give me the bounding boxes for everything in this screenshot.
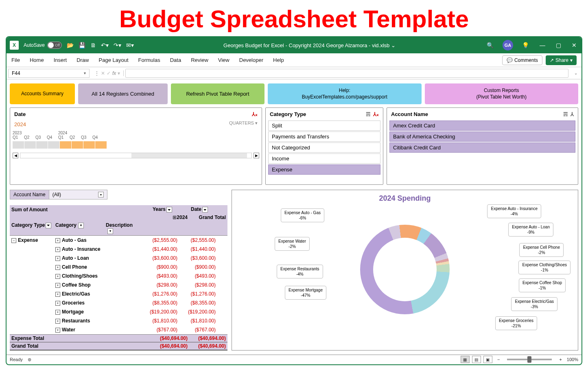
comments-button[interactable]: 💬Comments: [502, 55, 542, 65]
tab-help[interactable]: Help: [273, 57, 284, 63]
label-restaurants: Expense Restaurants-4%: [277, 265, 323, 278]
autosave-toggle[interactable]: AutoSave Off: [24, 42, 62, 49]
lightbulb-icon[interactable]: 💡: [520, 42, 531, 48]
pivot-years-header[interactable]: Years⏷: [151, 205, 189, 214]
zoom-out-button[interactable]: −: [495, 357, 502, 362]
expand-icon[interactable]: +: [55, 319, 60, 324]
multi-select-icon[interactable]: ☴: [366, 111, 371, 117]
enter-icon[interactable]: ✓: [107, 70, 111, 76]
nav-custom-reports[interactable]: Custom Reports (Pivot Table Net Worth): [425, 83, 579, 104]
label-clothing: Expense Clothing/Shoes-1%: [518, 261, 571, 274]
nav-accounts-summary[interactable]: Accounts Summary: [10, 83, 75, 104]
col-category-type[interactable]: Category Type⏷: [10, 221, 54, 235]
clear-filter-icon[interactable]: ⅄ₓ: [373, 111, 379, 117]
view-page-layout-icon[interactable]: ▤: [472, 356, 481, 363]
tab-review[interactable]: Review: [191, 57, 208, 63]
nav-refresh-pivot[interactable]: Refresh Pivot Table Report: [171, 83, 264, 104]
user-avatar[interactable]: GA: [503, 40, 513, 50]
tab-formulas[interactable]: Formulas: [138, 57, 160, 63]
spending-chart[interactable]: 2024 Spending Expense Auto - Gas-6% Expe…: [232, 190, 578, 351]
nav-registers-combined[interactable]: All 14 Registers Combined: [78, 83, 168, 104]
expand-icon[interactable]: +: [55, 238, 60, 243]
zoom-level[interactable]: 100%: [567, 357, 578, 362]
mail-icon[interactable]: ✉▾: [126, 42, 134, 48]
report-filter[interactable]: Account Name (All)▾: [10, 190, 107, 199]
expand-icon[interactable]: +: [55, 265, 60, 270]
tab-home[interactable]: Home: [30, 57, 44, 63]
slicer-item[interactable]: Split: [268, 121, 380, 131]
clear-filter-icon[interactable]: ⅄ₓ: [252, 111, 258, 117]
save-icon[interactable]: 💾: [79, 42, 85, 48]
collapse-icon[interactable]: −: [11, 238, 16, 243]
col-description[interactable]: Description▾: [104, 221, 141, 235]
search-icon[interactable]: 🔍: [485, 42, 495, 48]
slicer-item[interactable]: Not Categorized: [268, 142, 380, 153]
undo-icon[interactable]: ↶▾: [101, 42, 109, 48]
expand-icon[interactable]: +: [55, 247, 60, 252]
filter-icon[interactable]: ⏷: [202, 207, 208, 213]
slicer-item[interactable]: Amex Credit Card: [389, 121, 575, 131]
tab-data[interactable]: Data: [170, 57, 181, 63]
chevron-down-icon[interactable]: ▾: [84, 71, 86, 75]
sort-icon[interactable]: ⋮: [94, 70, 99, 76]
tab-file[interactable]: File: [11, 57, 20, 63]
scroll-right-icon[interactable]: ▶: [254, 153, 259, 158]
cat-slicer-title: Category Type: [270, 111, 306, 117]
pivot-date-header[interactable]: Date⏷: [189, 205, 227, 214]
tab-page-layout[interactable]: Page Layout: [99, 57, 129, 63]
slicer-item[interactable]: Income: [268, 153, 380, 164]
filter-value[interactable]: (All)▾: [49, 190, 107, 199]
saveas-icon[interactable]: 🗎: [90, 42, 96, 48]
formula-input[interactable]: [125, 69, 568, 78]
timeline-slicer[interactable]: Date ⅄ₓ 2024 QUARTERS ▾ 2023 Q1Q2Q3Q4 20…: [10, 107, 262, 185]
minimize-button[interactable]: —: [538, 42, 547, 48]
timeline-blocks[interactable]: [13, 141, 259, 149]
maximize-button[interactable]: ▢: [554, 42, 563, 48]
slicer-item[interactable]: Bank of America Checking: [389, 131, 575, 142]
zoom-in-button[interactable]: +: [557, 357, 564, 362]
tab-insert[interactable]: Insert: [54, 57, 67, 63]
view-normal-icon[interactable]: ▦: [461, 356, 470, 363]
account-name-slicer[interactable]: Account Name ☴ ⅄ Amex Credit CardBank of…: [387, 107, 578, 185]
timeline-period-dropdown[interactable]: QUARTERS ▾: [229, 121, 259, 128]
close-button[interactable]: ✕: [570, 42, 578, 48]
slicer-item[interactable]: Payments and Transfers: [268, 131, 380, 142]
tab-view[interactable]: View: [218, 57, 230, 63]
expand-icon[interactable]: +: [55, 274, 60, 279]
timeline-title: Date: [14, 111, 26, 117]
tab-draw[interactable]: Draw: [77, 57, 89, 63]
filter-dropdown-icon: ▾: [98, 192, 104, 197]
accessibility-icon[interactable]: ⊚: [28, 357, 31, 362]
expand-icon[interactable]: +: [55, 328, 60, 333]
nav-help[interactable]: Help: BuyExcelTemplates.com/pages/suppor…: [268, 83, 422, 104]
slicer-item[interactable]: Expense: [268, 164, 380, 175]
toggle-off-icon[interactable]: Off: [47, 42, 62, 49]
scroll-track[interactable]: [20, 153, 252, 158]
expand-icon[interactable]: +: [55, 301, 60, 306]
col-category[interactable]: Category▾: [54, 221, 104, 235]
timeline-scrollbar[interactable]: ◀ ▶: [13, 153, 259, 158]
open-icon[interactable]: 📂: [67, 42, 74, 48]
scroll-left-icon[interactable]: ◀: [13, 153, 18, 158]
slicer-item[interactable]: Citibank Credit Card: [389, 142, 575, 153]
fb-chevron-icon[interactable]: ▾: [118, 70, 120, 76]
expand-icon[interactable]: +: [55, 283, 60, 288]
expand-icon[interactable]: +: [55, 310, 60, 315]
view-page-break-icon[interactable]: ▣: [483, 356, 492, 363]
name-box[interactable]: F44▾: [8, 69, 90, 78]
clear-filter-icon[interactable]: ⅄: [571, 111, 574, 117]
multi-select-icon[interactable]: ☴: [563, 111, 568, 117]
title-dropdown-icon[interactable]: ⌄: [391, 42, 396, 48]
pivot-year-value[interactable]: ⊞2024: [151, 214, 189, 221]
cancel-icon[interactable]: ✕: [101, 70, 105, 76]
formula-expand-icon[interactable]: ⌄: [570, 71, 581, 75]
tab-developer[interactable]: Developer: [239, 57, 263, 63]
fx-icon[interactable]: fx: [112, 70, 116, 76]
expand-icon[interactable]: +: [55, 256, 60, 261]
filter-icon[interactable]: ⏷: [166, 207, 172, 213]
zoom-slider[interactable]: [507, 359, 552, 360]
redo-icon[interactable]: ↷▾: [114, 42, 121, 48]
share-button[interactable]: ↗Share ▾: [546, 55, 577, 65]
category-type-slicer[interactable]: Category Type ☴ ⅄ₓ SplitPayments and Tra…: [265, 107, 383, 185]
expand-icon[interactable]: +: [55, 292, 60, 297]
